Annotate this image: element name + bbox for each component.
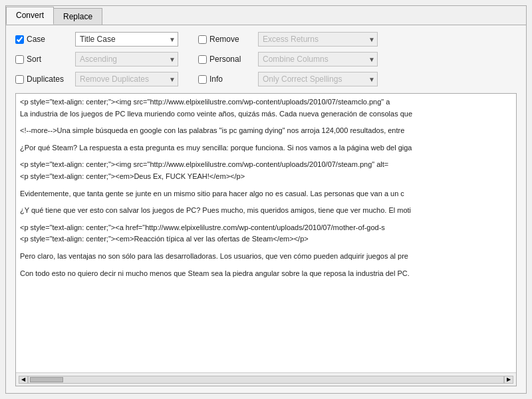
- text-line: [20, 263, 512, 268]
- tab-bar: Convert Replace: [6, 6, 526, 25]
- control-row-duplicates: Duplicates Remove Duplicates Keep Duplic…: [15, 72, 517, 86]
- controls-area: Case Title Case UPPER CASE lower case Se…: [6, 25, 526, 93]
- remove-dropdown[interactable]: Excess Returns Leading Spaces Trailing S…: [258, 32, 378, 47]
- text-line: [20, 200, 512, 205]
- tab-container: Convert Replace Case Title Case UPPER CA…: [5, 5, 527, 394]
- text-line: [20, 183, 512, 188]
- sort-dropdown-wrapper: Ascending Descending ▼: [75, 52, 178, 66]
- duplicates-checkbox[interactable]: [15, 75, 24, 84]
- case-dropdown[interactable]: Title Case UPPER CASE lower case Sentenc…: [75, 32, 178, 47]
- text-line: <p style="text-align: center;"><em>Deus …: [20, 171, 512, 183]
- personal-label: Personal: [209, 55, 241, 64]
- scroll-left-arrow[interactable]: ◀: [19, 376, 28, 384]
- personal-group: Personal Combine Columns Split Columns ▼: [198, 52, 378, 66]
- text-line: [20, 137, 512, 142]
- personal-dropdown-wrapper: Combine Columns Split Columns ▼: [258, 52, 378, 66]
- text-line: [20, 154, 512, 159]
- info-checkbox-label[interactable]: Info: [198, 74, 251, 84]
- tab-replace[interactable]: Replace: [53, 8, 102, 25]
- sort-checkbox[interactable]: [15, 55, 24, 64]
- text-line: ¿Y qué tiene que ver esto con salvar los…: [20, 205, 512, 217]
- text-content[interactable]: <p style="text-align: center;"><img src=…: [16, 94, 516, 372]
- main-container: Convert Replace Case Title Case UPPER CA…: [0, 0, 532, 399]
- info-group: Info Only Correct Spellings All Spelling…: [198, 72, 378, 86]
- control-row-case: Case Title Case UPPER CASE lower case Se…: [15, 32, 517, 47]
- h-scrollbar-track[interactable]: [28, 376, 504, 384]
- sort-checkbox-label[interactable]: Sort: [15, 55, 68, 64]
- text-line: Con todo esto no quiero decir ni mucho m…: [20, 268, 512, 280]
- personal-checkbox[interactable]: [198, 55, 207, 64]
- personal-dropdown[interactable]: Combine Columns Split Columns: [258, 52, 378, 66]
- remove-dropdown-wrapper: Excess Returns Leading Spaces Trailing S…: [258, 32, 378, 47]
- text-line: <!--more-->Una simple búsqueda en google…: [20, 125, 512, 137]
- remove-checkbox-label[interactable]: Remove: [198, 35, 251, 44]
- info-dropdown-wrapper: Only Correct Spellings All Spellings ▼: [258, 72, 378, 86]
- remove-label: Remove: [209, 35, 239, 44]
- remove-checkbox[interactable]: [198, 35, 207, 44]
- text-line: <p style="text-align: center;"><img src=…: [20, 96, 512, 108]
- sort-label: Sort: [27, 55, 41, 64]
- text-line: <p style="text-align: center;"><a href="…: [20, 222, 512, 234]
- text-line: <p style="text-align: center;"><em>Reacc…: [20, 233, 512, 245]
- case-checkbox-label[interactable]: Case: [15, 35, 68, 44]
- duplicates-checkbox-label[interactable]: Duplicates: [15, 74, 68, 84]
- text-area-container: <p style="text-align: center;"><img src=…: [15, 93, 517, 386]
- text-line: Pero claro, las ventajas no son sólo par…: [20, 251, 512, 263]
- text-line: [20, 217, 512, 222]
- text-line: <p style="text-align: center;"><img src=…: [20, 159, 512, 171]
- text-line: [20, 245, 512, 251]
- text-line: [20, 120, 512, 125]
- tab-convert[interactable]: Convert: [6, 7, 54, 25]
- sort-dropdown[interactable]: Ascending Descending: [75, 52, 178, 66]
- duplicates-label: Duplicates: [27, 74, 64, 84]
- case-dropdown-wrapper: Title Case UPPER CASE lower case Sentenc…: [75, 32, 178, 47]
- duplicates-dropdown[interactable]: Remove Duplicates Keep Duplicates: [75, 72, 178, 86]
- scrollbar-container: ◀ ▶: [16, 372, 516, 386]
- text-line: ¿Por qué Steam? La respuesta a esta preg…: [20, 142, 512, 154]
- duplicates-dropdown-wrapper: Remove Duplicates Keep Duplicates ▼: [75, 72, 178, 86]
- text-line: La industria de los juegos de PC lleva m…: [20, 108, 512, 120]
- info-checkbox[interactable]: [198, 75, 207, 84]
- case-label: Case: [27, 35, 45, 44]
- control-row-sort: Sort Ascending Descending ▼ Personal: [15, 52, 517, 66]
- info-label: Info: [209, 74, 223, 84]
- remove-group: Remove Excess Returns Leading Spaces Tra…: [198, 32, 378, 47]
- personal-checkbox-label[interactable]: Personal: [198, 55, 251, 64]
- scroll-right-arrow[interactable]: ▶: [504, 376, 513, 384]
- info-dropdown[interactable]: Only Correct Spellings All Spellings: [258, 72, 378, 86]
- text-line: Evidentemente, que tanta gente se junte …: [20, 188, 512, 200]
- case-checkbox[interactable]: [15, 35, 24, 44]
- h-scrollbar-thumb[interactable]: [30, 377, 63, 382]
